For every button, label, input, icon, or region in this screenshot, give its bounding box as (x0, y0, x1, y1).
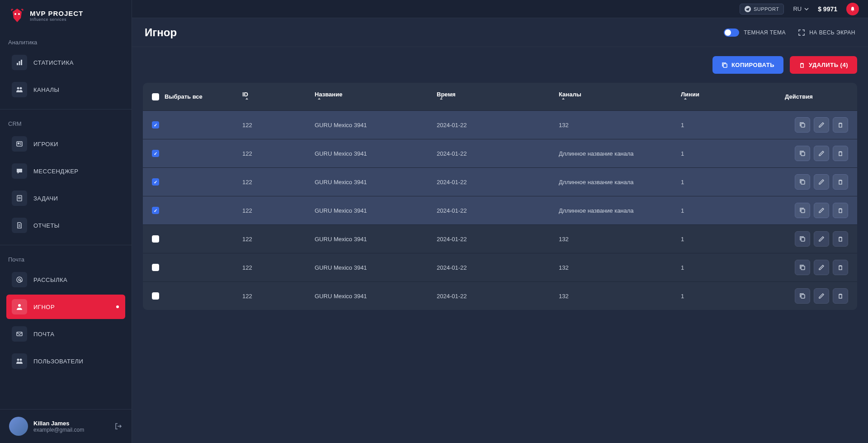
page-title: Игнор (145, 26, 177, 39)
row-copy-button[interactable] (795, 146, 810, 161)
sidebar-item-mail[interactable]: ПОЧТА (6, 322, 125, 346)
row-checkbox[interactable] (152, 150, 159, 157)
cell-time: 2024-01-22 (437, 236, 559, 243)
cell-name: GURU Mexico 3941 (315, 264, 437, 271)
cell-channels: 132 (559, 122, 681, 129)
row-copy-button[interactable] (795, 203, 810, 218)
row-copy-button[interactable] (795, 260, 810, 275)
col-channels[interactable]: Каналы (559, 91, 681, 102)
row-checkbox[interactable] (152, 292, 159, 300)
row-checkbox[interactable] (152, 235, 159, 243)
sidebar-item-mailing[interactable]: РАССЫЛКА (6, 267, 125, 292)
mail-icon (16, 330, 23, 338)
svg-point-0 (14, 13, 16, 15)
sidebar-item-messenger[interactable]: МЕССЕНДЖЕР (6, 159, 125, 183)
trash-icon (799, 62, 805, 68)
cell-time: 2024-01-22 (437, 150, 559, 157)
fullscreen-icon (798, 29, 805, 36)
sidebar-item-tasks[interactable]: ЗАДАЧИ (6, 186, 125, 210)
svg-rect-24 (801, 124, 805, 127)
cell-name: GURU Mexico 3941 (315, 236, 437, 243)
row-edit-button[interactable] (814, 117, 829, 133)
logout-icon[interactable] (114, 422, 123, 430)
users-icon (16, 86, 23, 93)
sidebar-item-reports[interactable]: ОТЧЕТЫ (6, 213, 125, 238)
row-copy-button[interactable] (795, 231, 810, 247)
bars-icon (16, 59, 23, 66)
svg-rect-19 (17, 332, 22, 336)
dark-theme-label: ТЕМНАЯ ТЕМА (744, 29, 786, 36)
col-id[interactable]: ID (242, 91, 315, 102)
toggle-switch[interactable] (724, 29, 739, 37)
cell-lines: 1 (681, 264, 785, 271)
row-edit-button[interactable] (814, 146, 829, 161)
table-row: 122GURU Mexico 39412024-01-221321 (143, 224, 857, 253)
cell-channels: Дллинное название канала (559, 150, 681, 157)
row-delete-button[interactable] (833, 174, 848, 190)
row-checkbox[interactable] (152, 178, 159, 186)
clipboard-icon (16, 195, 23, 202)
sidebar-item-stats[interactable]: СТАТИСТИКА (6, 50, 125, 75)
delete-button[interactable]: УДАЛИТЬ (4) (790, 56, 857, 74)
bell-icon (849, 6, 856, 12)
row-delete-button[interactable] (833, 231, 848, 247)
row-delete-button[interactable] (833, 288, 848, 304)
titlebar: Игнор ТЕМНАЯ ТЕМА НА ВЕСЬ ЭКРАН (132, 18, 868, 47)
row-edit-button[interactable] (814, 203, 829, 218)
cell-name: GURU Mexico 3941 (315, 179, 437, 186)
cell-id: 122 (242, 207, 315, 214)
row-checkbox[interactable] (152, 264, 159, 271)
sidebar-item-users[interactable]: ПОЛЬЗОВАТЕЛИ (6, 349, 125, 373)
dark-theme-toggle[interactable]: ТЕМНАЯ ТЕМА (724, 29, 786, 37)
nav-header-crm: CRM (6, 118, 125, 132)
content: КОПИРОВАТЬ УДАЛИТЬ (4) Выбрать все ID На… (132, 47, 868, 319)
svg-rect-26 (801, 181, 805, 184)
row-edit-button[interactable] (814, 174, 829, 190)
sidebar-item-players[interactable]: ИГРОКИ (6, 132, 125, 156)
user-icon (16, 303, 23, 310)
table-row: 122GURU Mexico 39412024-01-22Дллинное на… (143, 139, 857, 167)
svg-rect-27 (801, 209, 805, 213)
row-delete-button[interactable] (833, 203, 848, 218)
row-copy-button[interactable] (795, 288, 810, 304)
support-button[interactable]: SUPPORT (740, 4, 784, 14)
language-select[interactable]: RU (793, 5, 809, 12)
sidebar-item-label: ЗАДАЧИ (33, 195, 58, 202)
row-edit-button[interactable] (814, 288, 829, 304)
row-delete-button[interactable] (833, 146, 848, 161)
row-edit-button[interactable] (814, 260, 829, 275)
copy-button[interactable]: КОПИРОВАТЬ (712, 56, 783, 74)
svg-rect-29 (801, 266, 805, 270)
brand-subtitle: Influence services (30, 17, 83, 22)
cell-name: GURU Mexico 3941 (315, 293, 437, 300)
cell-lines: 1 (681, 207, 785, 214)
select-all-checkbox[interactable] (152, 93, 159, 100)
col-lines[interactable]: Линии (681, 91, 785, 102)
row-copy-button[interactable] (795, 117, 810, 133)
table-row: 122GURU Mexico 39412024-01-22Дллинное на… (143, 167, 857, 196)
brand-title: MVP PROJECT (30, 10, 83, 17)
file-icon (16, 222, 23, 229)
fullscreen-button[interactable]: НА ВЕСЬ ЭКРАН (798, 29, 855, 36)
avatar[interactable] (9, 417, 28, 436)
sidebar-item-label: ИГРОКИ (33, 141, 58, 148)
svg-rect-23 (723, 64, 727, 67)
row-delete-button[interactable] (833, 260, 848, 275)
row-delete-button[interactable] (833, 117, 848, 133)
col-time[interactable]: Время (437, 91, 559, 102)
row-copy-button[interactable] (795, 174, 810, 190)
cell-id: 122 (242, 179, 315, 186)
sidebar-item-channels[interactable]: КАНАЛЫ (6, 77, 125, 102)
row-checkbox[interactable] (152, 207, 159, 214)
svg-point-18 (18, 304, 21, 307)
cell-name: GURU Mexico 3941 (315, 150, 437, 157)
notifications-button[interactable] (846, 3, 859, 15)
cell-channels: Дллинное название канала (559, 207, 681, 214)
sidebar-item-ignore[interactable]: ИГНОР (6, 295, 125, 319)
sidebar: MVP PROJECT Influence services Аналитика… (0, 0, 132, 443)
col-name[interactable]: Название (315, 91, 437, 102)
svg-rect-2 (17, 63, 18, 65)
row-checkbox[interactable] (152, 121, 159, 129)
sidebar-item-label: РАССЫЛКА (33, 276, 67, 283)
row-edit-button[interactable] (814, 231, 829, 247)
